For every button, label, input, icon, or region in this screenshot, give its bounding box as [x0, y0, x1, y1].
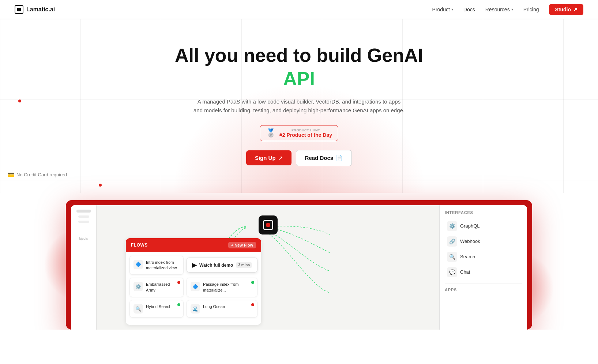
watch-demo-duration: 3 mins — [236, 262, 252, 268]
sidebar-stub-3 — [78, 221, 89, 223]
demo-wrapper: bjects — [0, 200, 598, 330]
read-docs-button[interactable]: Read Docs 📄 — [296, 150, 352, 166]
flow-card-army[interactable]: ⚙️ Embarrassed Army — [129, 278, 184, 297]
chat-icon: 💬 — [447, 267, 457, 277]
demo-frame: bjects — [66, 200, 532, 330]
ph-text: PRODUCT HUNT #2 Product of the Day — [279, 128, 332, 138]
flow-card-ocean[interactable]: 🌊 Long Ocean — [187, 300, 257, 318]
flow-text-1: Intro index from materialized view — [146, 260, 180, 271]
demo-right-panel: INTERFACES ⚙️ GraphQL 🔗 Webhook 🔍 Search… — [439, 205, 527, 330]
hero-title-line1: All you need to build GenAI — [7, 45, 591, 67]
play-icon: ▶ — [192, 262, 196, 269]
cta-row: Sign Up ↗ Read Docs 📄 — [7, 150, 591, 166]
hero-subtitle: A managed PaaS with a low-code visual bu… — [193, 97, 405, 115]
canvas-logo-dot — [266, 223, 270, 227]
hero-title-api: API — [7, 68, 591, 90]
interface-webhook-label: Webhook — [460, 239, 480, 244]
flow-icon-4: 🔍 — [133, 304, 143, 314]
flows-title: FLOWS — [131, 243, 148, 248]
interface-chat-label: Chat — [460, 269, 470, 275]
divider — [445, 284, 522, 284]
flow-text-4: Hybrid Search — [146, 304, 172, 309]
interface-webhook[interactable]: 🔗 Webhook — [445, 234, 522, 249]
flow-card-search[interactable]: 🔍 Hybrid Search — [129, 300, 184, 318]
accent-dot-bottom-left — [99, 184, 102, 187]
credit-card-icon: 💳 — [7, 171, 15, 178]
chevron-down-icon: ▾ — [451, 7, 453, 11]
webhook-icon: 🔗 — [447, 236, 457, 247]
demo-canvas: FLOWS + New Flow 🔷 Intro index from mate… — [97, 205, 439, 330]
graphql-icon: ⚙️ — [447, 221, 457, 231]
search-icon: 🔍 — [447, 252, 457, 262]
flow-icon-2: ⚙️ — [133, 282, 143, 291]
interface-chat[interactable]: 💬 Chat — [445, 264, 522, 280]
product-hunt-badge[interactable]: 🥈 PRODUCT HUNT #2 Product of the Day — [260, 125, 338, 141]
nav-resources[interactable]: Resources ▾ — [485, 7, 513, 12]
medal-icon: 🥈 — [266, 128, 276, 138]
watch-demo-label: Watch full demo — [199, 263, 233, 268]
no-credit-card-notice: 💳 No Credit Card required — [7, 171, 591, 178]
interface-graphql[interactable]: ⚙️ GraphQL — [445, 218, 522, 234]
signup-button[interactable]: Sign Up ↗ — [246, 150, 292, 165]
interfaces-title: INTERFACES — [445, 210, 522, 215]
demo-sidebar: bjects — [71, 205, 97, 330]
demo-inner: bjects — [71, 205, 527, 330]
status-dot-green-2 — [177, 303, 180, 306]
flow-icon-1: 🔷 — [133, 260, 143, 269]
apps-title: APPS — [445, 288, 522, 292]
flow-text-3: Passage index from materialize... — [203, 282, 253, 293]
watch-demo-button[interactable]: ▶ Watch full demo 3 mins — [187, 258, 257, 273]
status-dot-red-2 — [251, 303, 254, 306]
sidebar-label: bjects — [79, 237, 88, 240]
hero-content: All you need to build GenAI API A manage… — [7, 45, 591, 178]
logo[interactable]: Lamatic.ai — [15, 5, 55, 14]
logo-text: Lamatic.ai — [26, 6, 55, 13]
logo-icon — [15, 5, 23, 14]
interface-search-label: Search — [460, 254, 475, 259]
flows-grid: 🔷 Intro index from materialized view ▶ W… — [126, 252, 261, 322]
flow-text-5: Long Ocean — [203, 304, 225, 309]
nav-pricing[interactable]: Pricing — [523, 7, 539, 12]
sidebar-stub-1 — [76, 210, 91, 213]
book-icon: 📄 — [336, 155, 343, 161]
logo-inner — [17, 8, 21, 11]
flow-card-passage[interactable]: 🔷 Passage index from materialize... — [187, 278, 257, 297]
flow-icon-5: 🌊 — [191, 304, 200, 314]
status-dot-red — [177, 281, 180, 284]
external-link-icon: ↗ — [573, 7, 578, 12]
nav-docs[interactable]: Docs — [463, 7, 475, 12]
interface-search[interactable]: 🔍 Search — [445, 249, 522, 264]
canvas-logo-inner — [263, 220, 273, 230]
sidebar-stub-2 — [78, 215, 89, 218]
flow-text-2: Embarrassed Army — [146, 282, 180, 293]
nav-product[interactable]: Product ▾ — [432, 7, 453, 12]
interface-graphql-label: GraphQL — [460, 223, 479, 229]
studio-button[interactable]: Studio ↗ — [549, 4, 583, 15]
canvas-logo — [259, 215, 278, 234]
new-flow-button[interactable]: + New Flow — [228, 242, 256, 248]
flows-header: FLOWS + New Flow — [126, 238, 261, 252]
chevron-down-icon-2: ▾ — [511, 7, 513, 11]
navbar: Lamatic.ai Product ▾ Docs Resources ▾ Pr… — [0, 0, 598, 19]
flows-panel: FLOWS + New Flow 🔷 Intro index from mate… — [126, 238, 261, 325]
hero-section: All you need to build GenAI API A manage… — [0, 19, 598, 193]
arrow-icon: ↗ — [278, 155, 283, 161]
status-dot-green — [251, 281, 254, 284]
flow-card-intro[interactable]: 🔷 Intro index from materialized view — [129, 256, 184, 275]
flow-icon-3: 🔷 — [191, 282, 200, 291]
nav-links: Product ▾ Docs Resources ▾ Pricing Studi… — [432, 4, 583, 15]
